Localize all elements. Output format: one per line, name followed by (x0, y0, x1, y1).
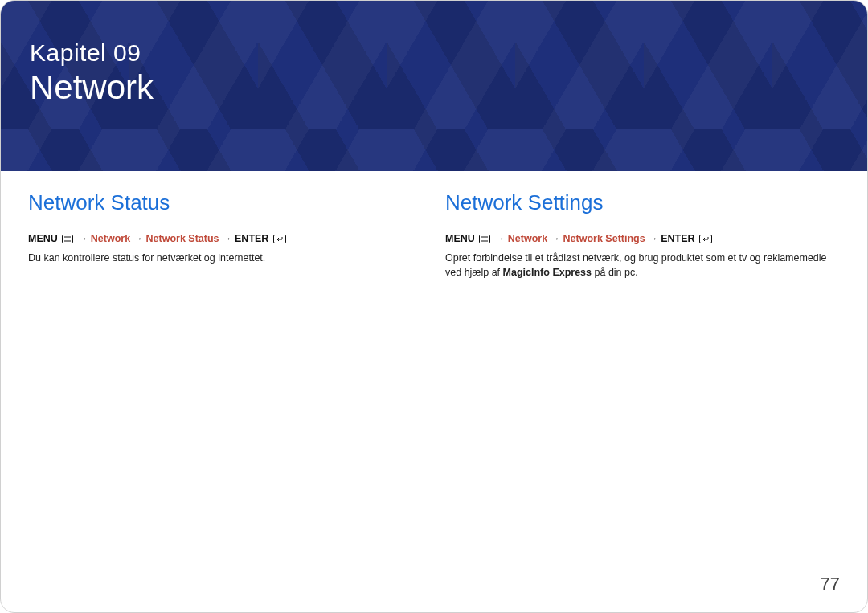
enter-label: ENTER (661, 233, 694, 244)
section-heading: Network Settings (445, 190, 840, 215)
network-settings-section: Network Settings MENU → Network → Networ… (445, 190, 840, 280)
desc-text: på din pc. (592, 267, 638, 278)
page-number: 77 (821, 574, 840, 595)
chapter-title: Network (30, 68, 838, 107)
menu-icon (479, 235, 490, 243)
enter-icon (273, 235, 286, 243)
enter-icon (699, 235, 712, 243)
path-network-settings: Network Settings (563, 233, 645, 244)
section-heading: Network Status (28, 190, 423, 215)
page: Kapitel 09 Network Network Status MENU →… (0, 0, 868, 613)
path-network-status: Network Status (146, 233, 219, 244)
menu-icon (62, 235, 73, 243)
section-description: Opret forbindelse til et trådløst netvær… (445, 251, 840, 280)
arrow: → (222, 233, 232, 244)
section-description: Du kan kontrollere status for netværket … (28, 251, 423, 265)
menu-path: MENU → Network → Network Settings → ENTE… (445, 233, 840, 244)
path-network: Network (508, 233, 547, 244)
menu-label: MENU (28, 233, 58, 244)
arrow: → (551, 233, 561, 244)
chapter-label: Kapitel 09 (30, 39, 838, 67)
arrow: → (648, 233, 658, 244)
chapter-banner: Kapitel 09 Network (1, 1, 867, 171)
menu-label: MENU (445, 233, 475, 244)
path-network: Network (91, 233, 130, 244)
arrow: → (78, 233, 88, 244)
content-area: Network Status MENU → Network → Network … (1, 171, 867, 280)
arrow: → (133, 233, 144, 244)
enter-label: ENTER (235, 233, 268, 244)
arrow: → (495, 233, 506, 244)
magicinfo-express: MagicInfo Express (503, 267, 592, 278)
menu-path: MENU → Network → Network Status → ENTER (28, 233, 423, 244)
network-status-section: Network Status MENU → Network → Network … (28, 190, 423, 280)
